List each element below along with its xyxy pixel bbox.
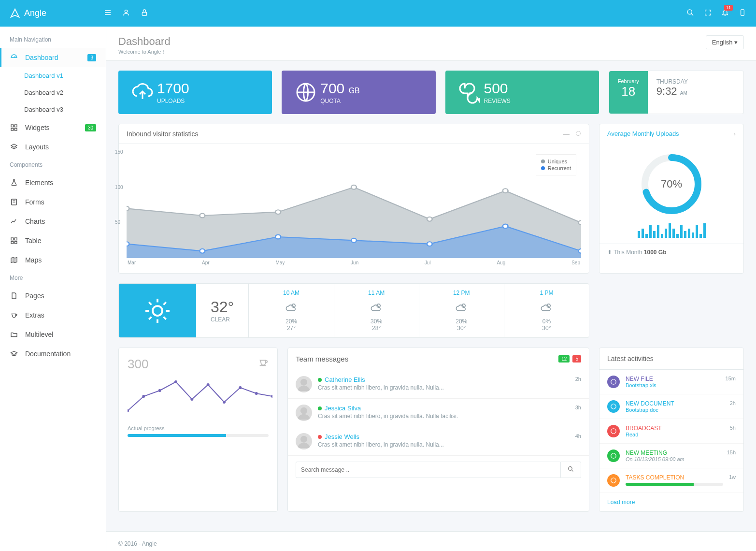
visitor-stats-panel: Inbound visitor statistics — 150 100 50 (118, 124, 589, 274)
notifications-badge: 11 (724, 5, 733, 11)
offcanvas-icon[interactable] (739, 9, 746, 18)
svg-point-45 (300, 379, 307, 386)
sidebar-sub-dashboard-v3[interactable]: Dashboard v3 (0, 101, 106, 118)
hour-time: 10 AM (253, 290, 329, 296)
sidebar-item-layouts[interactable]: Layouts (0, 137, 106, 157)
svg-point-53 (611, 478, 616, 483)
page-header: Dashboard Welcome to Angle ! English ▾ (106, 27, 756, 61)
avatar (296, 405, 312, 421)
current-temp: 32° (211, 298, 234, 316)
current-desc: Clear (211, 316, 234, 323)
message-item[interactable]: Catherine EllisCras sit amet nibh libero… (288, 370, 589, 399)
sidebar-sub-dashboard-v1[interactable]: Dashboard v1 (0, 67, 106, 84)
sidebar-item-elements[interactable]: Elements (0, 173, 106, 192)
message-author: Jessica Silva (325, 405, 361, 412)
sidebar-item-charts[interactable]: Charts (0, 212, 106, 231)
sidebar-item-documentation[interactable]: Documentation (0, 344, 106, 363)
activity-sub[interactable]: Bootstrap.xls (626, 382, 720, 388)
chart-icon (10, 218, 18, 225)
sidebar-label: Documentation (25, 350, 71, 358)
ampm-label: AM (680, 90, 687, 96)
date-badge: February 18 (609, 71, 648, 114)
activity-time: 15m (726, 376, 736, 381)
activity-item[interactable]: BROADCASTRead5h (599, 419, 743, 444)
svg-rect-9 (11, 238, 14, 240)
activity-sub[interactable]: Read (626, 432, 724, 437)
graduation-icon (10, 350, 18, 358)
message-item[interactable]: Jessica SilvaCras sit amet nibh libero, … (288, 399, 589, 427)
svg-point-46 (300, 407, 307, 414)
hour-temp: 27° (253, 325, 329, 332)
sidebar-heading-components: Components (0, 157, 106, 173)
user-icon[interactable] (122, 9, 130, 18)
weather-small-icon (285, 301, 298, 315)
svg-point-22 (200, 249, 205, 253)
sidebar-item-multilevel[interactable]: Multilevel (0, 325, 106, 344)
activity-sub[interactable]: Bootstrap.doc (626, 407, 724, 413)
sidebar-item-dashboard[interactable]: Dashboard 3 (0, 48, 106, 67)
footer: © 2016 - Angle (106, 531, 756, 551)
sidebar-item-extras[interactable]: Extras (0, 305, 106, 325)
language-dropdown[interactable]: English ▾ (706, 35, 744, 49)
search-message-button[interactable] (561, 462, 581, 478)
sidebar-label: Dashboard (25, 54, 58, 61)
svg-point-47 (300, 436, 307, 443)
activity-item[interactable]: NEW DOCUMENTBootstrap.doc2h (599, 394, 743, 419)
lock-icon[interactable] (141, 9, 148, 18)
weather-card: 32° Clear 10 AM20%27°11 AM30%28°12 PM20%… (118, 283, 589, 338)
fullscreen-icon[interactable] (704, 9, 712, 18)
stat-quota[interactable]: 700 GB Quota (282, 71, 435, 114)
svg-point-36 (142, 395, 145, 398)
footer-label: This Month (613, 249, 642, 256)
avg-uploads-panel: Average Monthly Uploads › 70% ⬆ This Mon… (599, 124, 744, 274)
activity-item[interactable]: NEW MEETINGOn 10/12/2015 09:00 am15h (599, 444, 743, 468)
message-item[interactable]: Jessie WellsCras sit amet nibh libero, i… (288, 427, 589, 456)
message-time: 2h (575, 376, 581, 382)
sidebar-item-widgets[interactable]: Widgets 30 (0, 118, 106, 137)
refresh-icon[interactable] (575, 130, 581, 138)
activity-item[interactable]: TASKS COMPLETION1w (599, 468, 743, 493)
sidebar-label: Table (25, 237, 41, 245)
chart-legend: Uniques Recurrent (536, 154, 576, 175)
activity-item[interactable]: NEW FILEBootstrap.xls15m (599, 370, 743, 394)
panel-title[interactable]: Average Monthly Uploads (607, 130, 679, 137)
collapse-icon[interactable]: — (563, 130, 570, 138)
stat-uploads[interactable]: 1700 Uploads (118, 71, 272, 114)
activity-title: BROADCAST (626, 425, 724, 432)
activities-panel: Latest activities NEW FILEBootstrap.xls1… (599, 348, 744, 512)
chevron-right-icon[interactable]: › (734, 130, 736, 137)
search-message-input[interactable] (296, 462, 561, 478)
sidebar-sub-dashboard-v2[interactable]: Dashboard v2 (0, 84, 106, 101)
donut-percent: 70% (661, 178, 682, 190)
svg-point-16 (275, 210, 281, 214)
weather-hour: 10 AM20%27° (248, 284, 333, 337)
activity-icon (607, 474, 620, 487)
load-more-link[interactable]: Load more (599, 493, 743, 511)
weather-hour: 11 AM30%28° (334, 284, 419, 337)
stat-label: Uploads (157, 98, 189, 104)
activity-sub: On 10/12/2015 09:00 am (626, 456, 721, 462)
sidebar-item-maps[interactable]: Maps (0, 250, 106, 270)
svg-rect-11 (11, 241, 14, 244)
stat-reviews[interactable]: 500 Reviews (445, 71, 599, 114)
datetime-card: February 18 THURSDAY 9:32 AM (609, 71, 744, 114)
brand-label: Angle (24, 8, 46, 18)
search-icon[interactable] (686, 9, 694, 18)
svg-point-42 (239, 386, 242, 389)
svg-point-44 (271, 395, 272, 398)
progress-card: 300 Actual progress (118, 348, 278, 512)
svg-point-50 (611, 404, 616, 409)
sidebar-item-forms[interactable]: Forms (0, 192, 106, 212)
sidebar-item-pages[interactable]: Pages (0, 286, 106, 305)
svg-point-17 (351, 185, 357, 189)
avatar (296, 376, 312, 392)
weather-hour: 12 PM20%30° (419, 284, 504, 337)
notifications-icon[interactable]: 11 (721, 9, 729, 18)
activity-icon (607, 450, 620, 462)
activity-icon (607, 425, 620, 437)
stat-label: Quota (320, 98, 360, 104)
sidebar-item-table[interactable]: Table (0, 231, 106, 250)
brand[interactable]: Angle (10, 8, 104, 19)
sidebar: Main Navigation Dashboard 3 Dashboard v1… (0, 27, 106, 551)
menu-toggle-icon[interactable] (104, 9, 112, 18)
